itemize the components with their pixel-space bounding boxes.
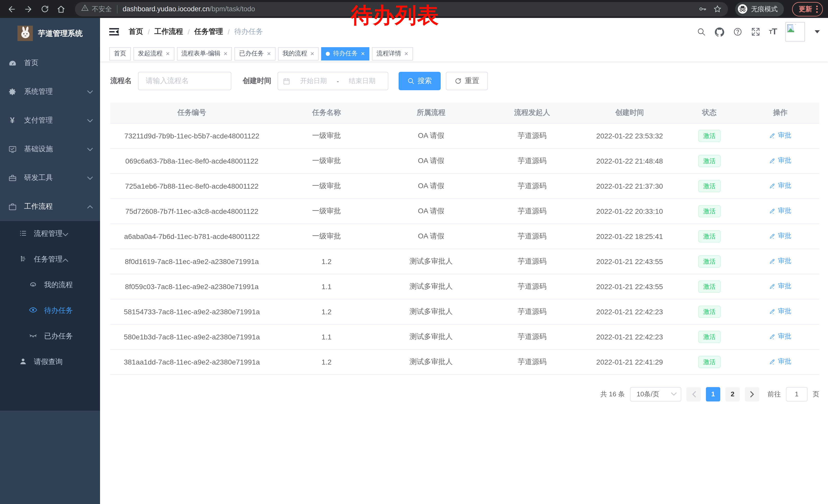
- action-cell: 审批: [741, 249, 819, 274]
- tab-close-icon[interactable]: ×: [361, 50, 365, 57]
- help-icon[interactable]: [733, 27, 742, 36]
- password-key-icon[interactable]: [698, 5, 707, 13]
- sidebar-item-leave-query[interactable]: 请假查询: [0, 349, 100, 375]
- tab[interactable]: 流程详情×: [372, 47, 413, 60]
- process-cell: OA 请假: [380, 198, 483, 224]
- approve-link[interactable]: 审批: [769, 131, 791, 140]
- browser-update-button[interactable]: 更新: [792, 2, 823, 16]
- tab[interactable]: 发起流程×: [133, 47, 174, 60]
- browser-forward-button[interactable]: [22, 2, 35, 16]
- avatar-dropdown-caret[interactable]: [815, 30, 820, 33]
- task-name-cell: 一级审批: [274, 198, 380, 224]
- task-id-cell: 73211d9d-7b9b-11ec-b5b7-acde48001122: [110, 123, 274, 148]
- tab-close-icon[interactable]: ×: [310, 50, 314, 57]
- starter-cell: 芋道源码: [483, 198, 582, 224]
- column-header: 任务名称: [274, 102, 380, 123]
- tab-close-icon[interactable]: ×: [404, 50, 408, 57]
- time-cell: 2022-01-22 23:53:32: [582, 123, 677, 148]
- date-range-input[interactable]: 开始日期 - 结束日期: [278, 72, 388, 90]
- tab[interactable]: 我的流程×: [278, 47, 319, 60]
- approve-link[interactable]: 审批: [769, 332, 791, 341]
- browser-reload-button[interactable]: [38, 2, 51, 16]
- approve-link[interactable]: 审批: [769, 181, 791, 190]
- process-cell: 测试多审批人: [380, 249, 483, 274]
- table-header-row: 任务编号任务名称所属流程流程发起人创建时间状态操作: [110, 102, 819, 123]
- status-cell: 激活: [677, 299, 741, 324]
- browser-menu-icon[interactable]: [816, 5, 818, 12]
- bookmark-star-icon[interactable]: [713, 5, 722, 13]
- sidebar-item-devtools[interactable]: 研发工具: [0, 164, 100, 192]
- action-cell: 审批: [741, 274, 819, 299]
- reset-button[interactable]: 重置: [446, 72, 488, 90]
- reload-icon: [40, 5, 49, 13]
- goto-suffix: 页: [813, 390, 819, 399]
- approve-link[interactable]: 审批: [769, 357, 791, 366]
- tab[interactable]: 已办任务×: [235, 47, 275, 60]
- security-label[interactable]: 不安全: [92, 4, 112, 13]
- page-number-button[interactable]: 2: [726, 387, 740, 401]
- approve-link[interactable]: 审批: [769, 231, 791, 241]
- start-date-placeholder[interactable]: 开始日期: [292, 77, 335, 86]
- sidebar-item-system[interactable]: 系统管理: [0, 78, 100, 106]
- search-icon[interactable]: [697, 27, 706, 36]
- table-row: 381aa1dd-7ac8-11ec-a9e2-a2380e71991a1.2测…: [110, 349, 819, 374]
- approve-link[interactable]: 审批: [769, 207, 791, 216]
- sidebar-item-my-process[interactable]: 我的流程: [0, 272, 100, 298]
- table-row: 725a1eb6-7b88-11ec-8ef0-acde48001122一级审批…: [110, 173, 819, 198]
- not-secure-warning-icon[interactable]: [81, 4, 89, 14]
- starter-cell: 芋道源码: [483, 148, 582, 173]
- process-name-input[interactable]: 请输入流程名: [138, 72, 232, 90]
- sidebar-item-process-management[interactable]: 流程管理: [0, 221, 100, 246]
- logo-image: [17, 26, 33, 41]
- breadcrumb-item[interactable]: 任务管理: [195, 27, 223, 36]
- sidebar-item-label: 工作流程: [24, 202, 87, 211]
- person-icon: [19, 357, 27, 367]
- sidebar-item-todo-task[interactable]: 待办任务: [0, 298, 100, 324]
- sidebar-item-label: 首页: [24, 58, 93, 68]
- tab-close-icon[interactable]: ×: [267, 50, 271, 57]
- breadcrumb-item[interactable]: 工作流程: [155, 27, 183, 36]
- task-name-cell: 一级审批: [274, 123, 380, 148]
- browser-back-button[interactable]: [5, 2, 18, 16]
- tab[interactable]: 流程表单-编辑×: [177, 47, 232, 60]
- goto-page-input[interactable]: [786, 387, 808, 401]
- approve-link[interactable]: 审批: [769, 156, 791, 165]
- tab-close-icon[interactable]: ×: [223, 50, 227, 57]
- time-cell: 2022-01-21 22:43:55: [582, 274, 677, 299]
- approve-link[interactable]: 审批: [769, 282, 791, 291]
- sidebar-item-done-task[interactable]: 已办任务: [0, 324, 100, 349]
- sidebar-item-home[interactable]: 首页: [0, 49, 100, 78]
- sidebar-item-label: 我的流程: [44, 280, 73, 290]
- end-date-placeholder[interactable]: 结束日期: [341, 77, 383, 86]
- browser-home-button[interactable]: [54, 2, 68, 16]
- prev-page-button[interactable]: [687, 387, 701, 401]
- sidebar-item-infrastructure[interactable]: 基础设施: [0, 135, 100, 164]
- app-logo[interactable]: 芋道管理系统: [0, 18, 100, 49]
- fullscreen-icon[interactable]: [751, 27, 760, 36]
- tab-close-icon[interactable]: ×: [166, 50, 170, 57]
- sidebar-toggle-button[interactable]: [107, 25, 121, 39]
- font-size-icon[interactable]: TT: [769, 27, 777, 37]
- page-number-button[interactable]: 1: [706, 387, 720, 401]
- sidebar-item-workflow[interactable]: 工作流程: [0, 192, 100, 221]
- sidebar-item-payment[interactable]: ¥ 支付管理: [0, 106, 100, 135]
- task-table: 任务编号任务名称所属流程流程发起人创建时间状态操作 73211d9d-7b9b-…: [110, 102, 819, 374]
- briefcase-icon: [8, 202, 17, 211]
- tab[interactable]: 待办任务×: [321, 47, 369, 60]
- next-page-button[interactable]: [745, 387, 759, 401]
- search-button[interactable]: 搜索: [399, 72, 441, 90]
- table-row: 8f059c03-7ac8-11ec-a9e2-a2380e71991a1.1测…: [110, 274, 819, 299]
- avatar[interactable]: [785, 22, 805, 42]
- sidebar-item-task-management[interactable]: 任务管理: [0, 246, 100, 272]
- sidebar: 芋道管理系统 首页 系统管理 ¥ 支付管理: [0, 18, 100, 504]
- chevron-down-icon: [87, 176, 93, 180]
- tab[interactable]: 首页: [109, 47, 131, 60]
- time-cell: 2022-01-21 22:42:23: [582, 299, 677, 324]
- approve-link[interactable]: 审批: [769, 257, 791, 266]
- tab-label: 我的流程: [283, 49, 307, 58]
- approve-link[interactable]: 审批: [769, 307, 791, 316]
- page-size-select[interactable]: 10条/页: [630, 387, 681, 401]
- breadcrumb-item[interactable]: 首页: [129, 27, 143, 36]
- github-icon[interactable]: [715, 27, 724, 37]
- fold-menu-icon: [109, 28, 119, 36]
